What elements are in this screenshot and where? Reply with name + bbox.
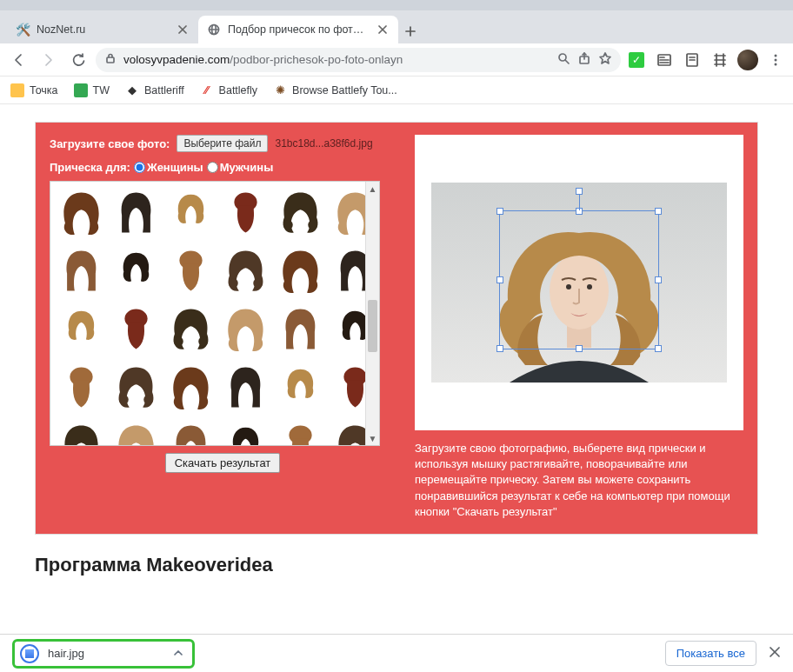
dark-game-icon: ◆ [125,83,139,97]
lock-icon [104,52,117,67]
wrench-icon: 🛠️ [16,23,30,37]
hairstyle-thumbnail[interactable] [165,420,217,445]
bookmark-item[interactable]: Точка [10,83,58,97]
scroll-thumb[interactable] [368,300,377,352]
extension-grid-icon[interactable] [710,50,730,70]
hairstyle-thumbnail[interactable] [220,187,271,242]
bookmark-item[interactable]: ◆Battleriff [125,83,184,97]
gender-label: Прическа для: [50,161,130,174]
hairstyle-thumbnail[interactable] [220,303,271,358]
instructions-text: Загрузите свою фотографию, выберете вид … [415,441,743,520]
choose-file-button[interactable]: Выберите файл [177,135,268,152]
scroll-down-icon[interactable]: ▼ [369,431,377,445]
hairstyle-thumbnail[interactable] [275,420,326,445]
gender-female-radio[interactable] [134,162,145,173]
bookmark-label: Browse Battlefy Tou... [292,84,397,96]
show-all-downloads-button[interactable]: Показать все [665,641,756,666]
preview-photo[interactable] [431,183,727,383]
new-tab-button[interactable] [398,19,423,43]
hairstyle-thumbnail[interactable] [330,187,365,242]
gallery-scrollbar[interactable]: ▲ ▼ [365,182,379,445]
svg-point-33 [775,63,777,65]
extension-icons: ✓ [626,50,786,70]
hairstyle-thumbnail[interactable] [165,303,217,358]
close-icon[interactable] [376,23,390,37]
close-icon[interactable] [176,23,190,37]
hairstyle-grid[interactable] [50,182,365,445]
hairstyle-thumbnail[interactable] [220,420,271,445]
red-slash-icon: ⁄⁄ [200,83,214,97]
bookmarks-bar: Точка TW ◆Battleriff ⁄⁄Battlefly ✺Browse… [0,77,793,104]
star-icon[interactable] [598,51,612,68]
hairstyle-thumbnail[interactable] [56,245,107,300]
search-in-page-icon[interactable] [556,51,570,68]
tab-title: NozNet.ru [37,23,169,36]
back-button[interactable] [7,48,31,72]
hairstyle-thumbnail[interactable] [330,245,365,300]
hairstyle-thumbnail[interactable] [110,303,162,358]
window-top-accent [0,0,793,10]
browser-tab-active[interactable]: Подбор причесок по фото онла [198,16,398,43]
hairstyle-thumbnail[interactable] [165,245,217,300]
scroll-up-icon[interactable]: ▲ [369,182,377,196]
page-viewport: Загрузите свое фото: Выберите файл 31bc1… [0,104,793,634]
hairstyle-thumbnail[interactable] [220,362,271,416]
profile-avatar[interactable] [737,50,758,70]
download-result-button[interactable]: Скачать результат [165,453,281,473]
rotate-handle[interactable] [576,188,583,195]
hairstyle-thumbnail[interactable] [110,245,162,300]
hairstyle-thumbnail[interactable] [110,362,162,416]
hairstyle-thumbnail[interactable] [165,187,217,242]
svg-marker-18 [600,53,610,63]
gender-male-radio[interactable] [207,162,218,173]
hairstyle-thumbnail[interactable] [110,187,162,242]
hairstyle-thumbnail[interactable] [275,303,326,358]
bookmark-label: Точка [30,84,58,96]
hairstyle-thumbnail[interactable] [220,245,271,300]
download-filename: hair.jpg [48,647,164,660]
hairstyle-thumbnail[interactable] [275,362,326,416]
bookmark-item[interactable]: ✺Browse Battlefy Tou... [273,83,397,97]
forward-button[interactable] [37,48,61,72]
adblock-icon[interactable]: ✓ [626,50,647,70]
transform-box[interactable] [499,210,659,349]
gender-female-option[interactable]: Женщины [134,161,203,174]
url-text: volosyvpadenie.com/podbor-prichesok-po-f… [123,53,550,66]
bookmark-label: Battlefly [219,84,257,96]
download-chip[interactable]: hair.jpg [12,639,195,669]
svg-rect-13 [107,57,114,63]
svg-point-38 [229,278,238,288]
kebab-menu-icon[interactable] [765,50,786,70]
extension-note-icon[interactable] [682,50,703,70]
scroll-track[interactable] [366,196,379,431]
extension-newspaper-icon[interactable] [654,50,675,70]
upload-label: Загрузите свое фото: [50,137,170,150]
hairstyle-thumbnail[interactable] [165,362,217,416]
address-bar[interactable]: volosyvpadenie.com/podbor-prichesok-po-f… [96,48,621,72]
hairstyle-picker-panel: Загрузите свое фото: Выберите файл 31bc1… [35,122,758,535]
svg-point-41 [174,336,183,346]
hairstyle-thumbnail[interactable] [330,362,365,416]
hairstyle-thumbnail[interactable] [56,420,107,445]
bookmark-label: Battleriff [144,84,184,96]
hairstyle-thumbnail[interactable] [330,303,365,358]
reload-button[interactable] [66,48,90,72]
gender-male-option[interactable]: Мужчины [207,161,274,174]
chevron-up-icon[interactable] [173,646,183,662]
hairstyle-thumbnail[interactable] [330,420,365,445]
close-icon[interactable] [769,646,781,662]
share-icon[interactable] [577,51,591,68]
hairstyle-thumbnail[interactable] [275,245,326,300]
hairstyle-thumbnail[interactable] [275,187,326,242]
hairstyle-thumbnail[interactable] [56,362,107,416]
globe-icon [207,23,221,37]
browser-tab[interactable]: 🛠️ NozNet.ru [7,16,198,43]
green-sheet-icon [74,83,88,97]
bookmark-item[interactable]: ⁄⁄Battlefly [200,83,257,97]
hairstyle-thumbnail[interactable] [56,187,107,242]
rotate-stem [579,195,580,210]
hairstyle-thumbnail[interactable] [56,303,107,358]
bookmark-item[interactable]: TW [74,83,110,97]
file-image-icon [20,644,39,663]
hairstyle-thumbnail[interactable] [110,420,162,445]
